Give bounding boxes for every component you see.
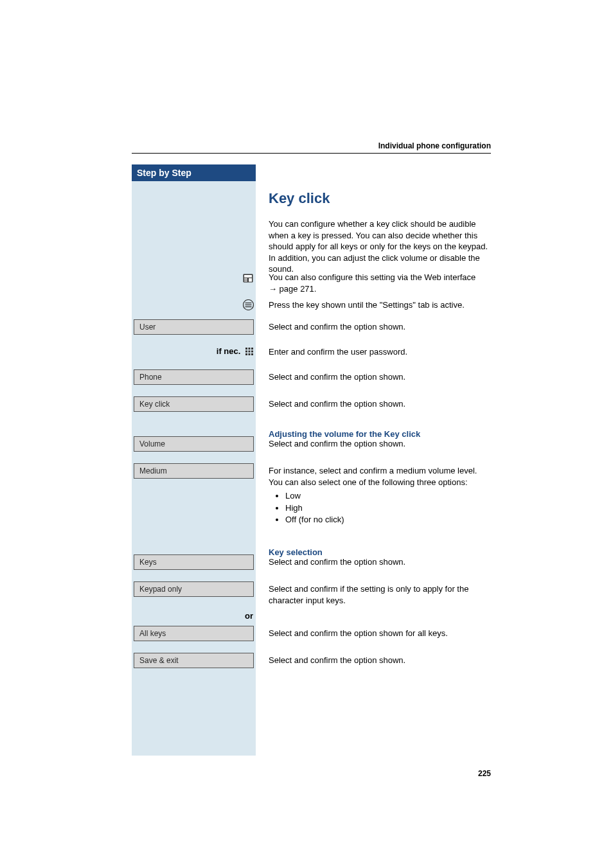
sidebar-title: Step by Step (132, 164, 256, 181)
svg-rect-17 (249, 353, 251, 355)
menu-option-keyclick: Key click (134, 396, 254, 412)
menu-option-save-exit: Save & exit (134, 653, 254, 668)
medium-desc: For instance, select and confirm a mediu… (269, 466, 477, 487)
keypad-icon (245, 348, 253, 355)
saveexit-desc: Select and confirm the option shown. (269, 655, 490, 666)
opt-off: Off (for no click) (285, 514, 490, 526)
if-nec-label: if nec. (217, 346, 241, 356)
page-number: 225 (478, 769, 491, 778)
keys-desc: Select and confirm the option shown. (269, 556, 490, 568)
allkeys-desc: Select and confirm the option shown for … (269, 628, 490, 639)
menu-option-volume: Volume (134, 436, 254, 452)
menu-option-keys: Keys (134, 554, 254, 570)
phone-desc: Select and confirm the option shown. (269, 371, 490, 383)
svg-rect-12 (251, 348, 253, 350)
medium-block: For instance, select and confirm a mediu… (269, 465, 490, 528)
section-header: Individual phone configuration (378, 141, 491, 150)
svg-rect-1 (244, 275, 252, 278)
or-label: or (132, 611, 256, 621)
if-nec-row: if nec. (132, 346, 256, 356)
svg-rect-14 (249, 351, 251, 353)
web-page-ref: page 271. (277, 284, 316, 294)
volume-desc: Select and confirm the option shown. (269, 438, 490, 450)
svg-rect-10 (245, 348, 247, 350)
keyclick-desc: Select and confirm the option shown. (269, 398, 490, 410)
settings-key-icon (243, 299, 257, 313)
menu-option-keypad-only: Keypad only (134, 581, 254, 597)
ifnec-desc: Enter and confirm the user password. (269, 346, 490, 358)
svg-rect-4 (244, 281, 247, 281)
menu-option-user: User (134, 319, 254, 335)
menu-option-medium: Medium (134, 463, 254, 479)
heading-adjust-volume: Adjusting the volume for the Key click (269, 429, 420, 439)
svg-rect-16 (245, 353, 247, 355)
svg-rect-3 (244, 279, 247, 280)
page-title: Key click (269, 190, 490, 207)
header-rule (132, 153, 491, 154)
svg-rect-11 (249, 348, 251, 350)
svg-rect-15 (251, 351, 253, 353)
svg-rect-5 (249, 278, 252, 282)
press-key-text: Press the key shown until the "Settings"… (269, 299, 490, 311)
web-text-1: You can also configure this setting via … (269, 272, 475, 282)
svg-rect-13 (245, 351, 247, 353)
heading-key-selection: Key selection (269, 547, 323, 557)
menu-option-all-keys: All keys (134, 626, 254, 641)
svg-rect-18 (251, 353, 253, 355)
arrow-icon: → (269, 284, 277, 294)
web-interface-note: You can also configure this setting via … (269, 272, 490, 294)
opt-high: High (285, 502, 490, 514)
keypad-desc: Select and confirm if the setting is onl… (269, 583, 490, 606)
opt-low: Low (285, 490, 490, 502)
user-desc: Select and confirm the option shown. (269, 321, 490, 333)
web-config-icon (243, 274, 257, 285)
menu-option-phone: Phone (134, 369, 254, 385)
intro-text: You can configure whether a key click sh… (269, 218, 490, 275)
svg-rect-2 (244, 278, 247, 279)
